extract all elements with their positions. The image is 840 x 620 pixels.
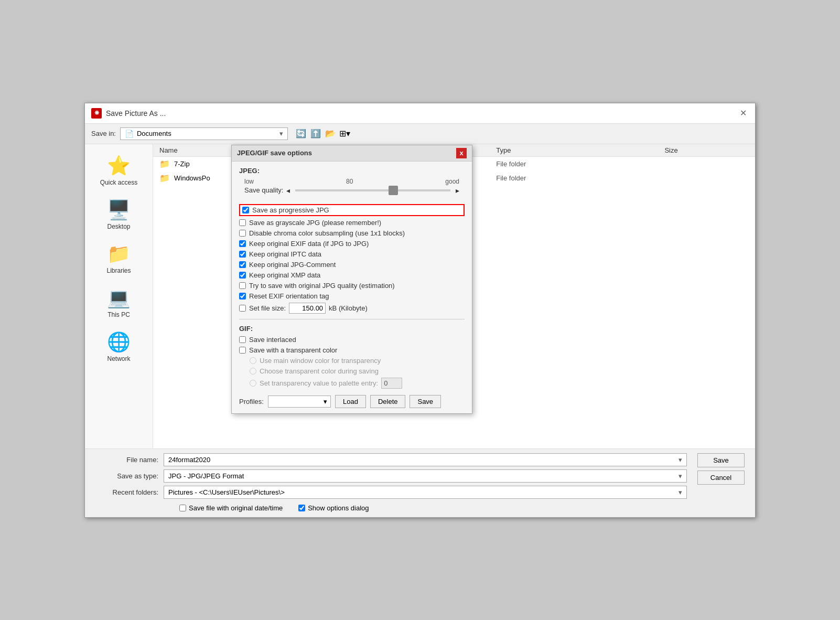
sidebar-item-label: This PC: [107, 311, 130, 318]
location-dropdown[interactable]: 📄 Documents ▾: [120, 127, 288, 140]
exif-orient-checkbox-row[interactable]: Reset EXIF orientation tag: [239, 292, 465, 300]
sidebar-item-libraries[interactable]: 📁 Libraries: [85, 239, 153, 279]
show-options-dialog-checkbox[interactable]: Show options dialog: [298, 504, 369, 512]
profiles-arrow-icon: ▾: [324, 398, 327, 405]
recent-folders-text: Pictures - <C:\Users\IEUser\Pictures\>: [168, 488, 679, 496]
chroma-checkbox[interactable]: [239, 230, 246, 237]
grayscale-jpg-checkbox[interactable]: [239, 219, 246, 226]
views-button[interactable]: ⊞▾: [338, 127, 352, 141]
iptc-checkbox[interactable]: [239, 251, 246, 258]
quality-slider[interactable]: [295, 189, 450, 191]
col-header-size[interactable]: Size: [664, 146, 749, 154]
quality-low-label: low: [244, 178, 254, 185]
xmp-label: Keep original XMP data: [249, 271, 320, 279]
popup-close-button[interactable]: x: [456, 148, 467, 158]
save-as-type-label: Save as type:: [95, 472, 158, 480]
popup-window: JPEG/GIF save options x JPEG: low 80 goo…: [231, 145, 472, 414]
libraries-icon: 📁: [107, 243, 131, 265]
profiles-row: Profiles: ▾ Load Delete Save: [239, 395, 465, 408]
file-name-input-wrap[interactable]: ▾: [164, 453, 687, 466]
profile-delete-button[interactable]: Delete: [370, 395, 406, 408]
window-title: Save Picture As ...: [106, 109, 166, 117]
save-original-date-checkbox[interactable]: Save file with original date/time: [179, 504, 283, 512]
chroma-checkbox-row[interactable]: Disable chroma color subsampling (use 1x…: [239, 229, 465, 237]
toolbar-row: Save in: 📄 Documents ▾ 🔄 ⬆️ 📂 ⊞▾: [85, 124, 755, 144]
location-text: Documents: [137, 130, 276, 137]
col-header-type[interactable]: Type: [496, 146, 664, 154]
set-file-size-row: Set file size: kB (Kilobyte): [239, 303, 465, 314]
exif-orient-checkbox[interactable]: [239, 293, 246, 300]
save-original-date-input[interactable]: [179, 505, 186, 511]
quality-value: 80: [346, 178, 353, 185]
profile-load-button[interactable]: Load: [335, 395, 366, 408]
gif-section: GIF: Save interlaced Save with a transpa…: [239, 325, 465, 389]
save-as-type-arrow-icon[interactable]: ▾: [679, 472, 682, 480]
quality-thumb[interactable]: [389, 186, 398, 195]
recent-folders-arrow-icon[interactable]: ▾: [679, 488, 682, 496]
chroma-label: Disable chroma color subsampling (use 1x…: [249, 229, 405, 237]
quality-good-label: good: [445, 178, 459, 185]
new-folder-button[interactable]: 📂: [324, 127, 337, 141]
transparent-checkbox-row[interactable]: Save with a transparent color: [239, 346, 465, 354]
set-file-size-label: Set file size:: [249, 304, 286, 312]
interlaced-checkbox-row[interactable]: Save interlaced: [239, 336, 465, 344]
file-name-label: File name:: [95, 456, 158, 464]
recent-folders-wrap[interactable]: Pictures - <C:\Users\IEUser\Pictures\> ▾: [164, 486, 687, 499]
window-close-button[interactable]: ✕: [737, 108, 749, 119]
interlaced-label: Save interlaced: [249, 336, 296, 344]
file-row-type: File folder: [496, 160, 664, 168]
exif-checkbox[interactable]: [239, 240, 246, 247]
sidebar-item-desktop[interactable]: 🖥️ Desktop: [85, 195, 153, 234]
sidebar: ⭐ Quick access 🖥️ Desktop 📁 Libraries 💻 …: [85, 144, 153, 448]
save-as-type-text: JPG - JPG/JPEG Format: [168, 472, 679, 480]
save-quality-row: Save quality: ◂ ▸: [244, 186, 459, 195]
save-button[interactable]: Save: [697, 453, 745, 467]
sidebar-item-label: Desktop: [107, 223, 130, 230]
orig-quality-checkbox-row[interactable]: Try to save with original JPG quality (e…: [239, 282, 465, 290]
iptc-checkbox-row[interactable]: Keep original IPTC data: [239, 250, 465, 258]
set-file-size-checkbox[interactable]: [239, 305, 246, 312]
file-row-name-text: WindowsPo: [174, 174, 210, 182]
orig-quality-checkbox[interactable]: [239, 282, 246, 289]
jpg-comment-checkbox[interactable]: [239, 261, 246, 268]
jpeg-gif-popup: JPEG/GIF save options x JPEG: low 80 goo…: [231, 145, 472, 414]
interlaced-checkbox[interactable]: [239, 336, 246, 343]
back-button[interactable]: 🔄: [294, 127, 308, 141]
file-row-name-text: 7-Zip: [174, 160, 190, 168]
desktop-icon: 🖥️: [107, 199, 131, 221]
save-as-type-wrap[interactable]: JPG - JPG/JPEG Format ▾: [164, 469, 687, 483]
jpg-comment-checkbox-row[interactable]: Keep original JPG-Comment: [239, 261, 465, 269]
cancel-button[interactable]: Cancel: [697, 471, 745, 485]
profiles-dropdown[interactable]: ▾: [268, 395, 331, 408]
palette-entry-radio-row: Set transparency value to palette entry:: [250, 378, 465, 389]
sidebar-item-network[interactable]: 🌐 Network: [85, 327, 153, 367]
grayscale-jpg-label: Save as grayscale JPG (please remember!): [249, 219, 381, 227]
file-name-input[interactable]: [168, 456, 679, 464]
iptc-label: Keep original IPTC data: [249, 250, 321, 258]
transparent-checkbox[interactable]: [239, 347, 246, 354]
sidebar-item-quick-access[interactable]: ⭐ Quick access: [85, 151, 153, 190]
location-icon: 📄: [125, 130, 134, 138]
popup-body: JPEG: low 80 good Save quality: ◂ ▸: [232, 162, 472, 413]
show-options-dialog-input[interactable]: [298, 505, 305, 511]
progressive-jpg-checkbox-row[interactable]: Save as progressive JPG: [239, 204, 465, 216]
grayscale-jpg-checkbox-row[interactable]: Save as grayscale JPG (please remember!): [239, 219, 465, 227]
xmp-checkbox[interactable]: [239, 272, 246, 279]
profiles-label: Profiles:: [239, 398, 264, 405]
palette-entry-label: Set transparency value to palette entry:: [260, 379, 378, 387]
save-original-date-label: Save file with original date/time: [189, 504, 283, 512]
quality-right-arrow[interactable]: ▸: [456, 186, 459, 195]
xmp-checkbox-row[interactable]: Keep original XMP data: [239, 271, 465, 279]
profile-save-button[interactable]: Save: [410, 395, 441, 408]
transparent-label: Save with a transparent color: [249, 346, 337, 354]
quality-left-arrow[interactable]: ◂: [286, 186, 290, 195]
app-icon: ❋: [91, 108, 102, 119]
sidebar-item-this-pc[interactable]: 💻 This PC: [85, 283, 153, 323]
file-name-arrow-icon[interactable]: ▾: [679, 456, 682, 464]
exif-label: Keep original EXIF data (if JPG to JPG): [249, 240, 369, 248]
progressive-jpg-checkbox[interactable]: [242, 207, 249, 213]
forward-button[interactable]: ⬆️: [309, 127, 322, 141]
exif-checkbox-row[interactable]: Keep original EXIF data (if JPG to JPG): [239, 240, 465, 248]
main-wrapper: ❋ Save Picture As ... ✕ Save in: 📄 Docum…: [84, 103, 756, 518]
set-file-size-input[interactable]: [289, 303, 326, 314]
